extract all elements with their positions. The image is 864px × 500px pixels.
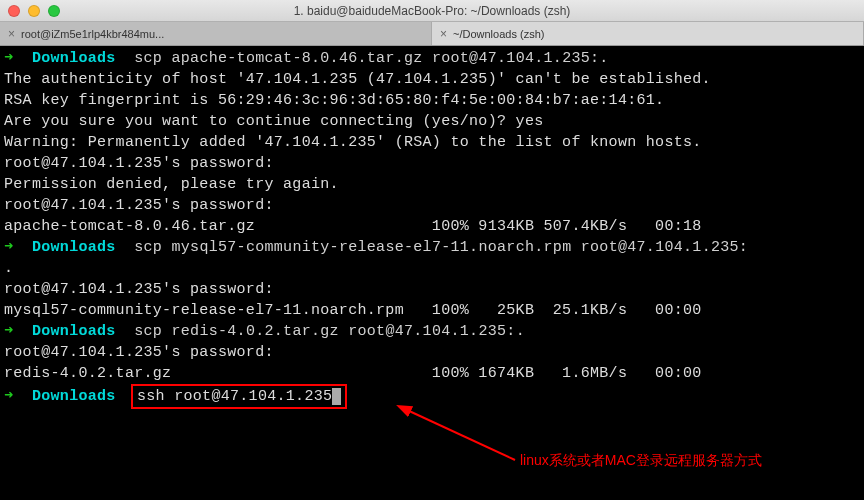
tab-label: ~/Downloads (zsh) bbox=[453, 28, 544, 40]
command-text: scp redis-4.0.2.tar.gz root@47.104.1.235… bbox=[134, 323, 525, 340]
command-text: scp mysql57-community-release-el7-11.noa… bbox=[134, 239, 748, 256]
annotation-text: linux系统或者MAC登录远程服务器方式 bbox=[520, 452, 762, 470]
prompt-arrow: ➜ bbox=[4, 388, 32, 405]
output-line: Warning: Permanently added '47.104.1.235… bbox=[4, 132, 860, 153]
prompt-cwd: Downloads bbox=[32, 239, 116, 256]
output-line: apache-tomcat-8.0.46.tar.gz 100% 9134KB … bbox=[4, 216, 860, 237]
tab-ssh[interactable]: × root@iZm5e1rlp4kbr484mu... bbox=[0, 22, 432, 45]
output-line: Are you sure you want to continue connec… bbox=[4, 111, 860, 132]
command-text: ssh root@47.104.1.235 bbox=[137, 388, 332, 405]
close-icon[interactable]: × bbox=[8, 27, 15, 41]
svg-line-0 bbox=[407, 410, 515, 460]
window-titlebar: 1. baidu@baidudeMacBook-Pro: ~/Downloads… bbox=[0, 0, 864, 22]
output-line: Permission denied, please try again. bbox=[4, 174, 860, 195]
output-line: The authenticity of host '47.104.1.235 (… bbox=[4, 69, 860, 90]
annotation-arrow bbox=[395, 400, 525, 470]
prompt-cwd: Downloads bbox=[32, 50, 116, 67]
output-line: root@47.104.1.235's password: bbox=[4, 195, 860, 216]
cursor bbox=[332, 388, 341, 405]
prompt-arrow: ➜ bbox=[4, 323, 32, 340]
output-line: root@47.104.1.235's password: bbox=[4, 279, 860, 300]
output-line: mysql57-community-release-el7-11.noarch.… bbox=[4, 300, 860, 321]
output-line: root@47.104.1.235's password: bbox=[4, 153, 860, 174]
command-text: scp apache-tomcat-8.0.46.tar.gz root@47.… bbox=[134, 50, 608, 67]
close-icon[interactable]: × bbox=[440, 27, 447, 41]
output-line: root@47.104.1.235's password: bbox=[4, 342, 860, 363]
prompt-cwd: Downloads bbox=[32, 323, 116, 340]
tab-downloads[interactable]: × ~/Downloads (zsh) bbox=[432, 22, 864, 45]
output-line: redis-4.0.2.tar.gz 100% 1674KB 1.6MB/s 0… bbox=[4, 363, 860, 384]
output-line: . bbox=[4, 258, 860, 279]
tab-bar: × root@iZm5e1rlp4kbr484mu... × ~/Downloa… bbox=[0, 22, 864, 46]
tab-label: root@iZm5e1rlp4kbr484mu... bbox=[21, 28, 164, 40]
prompt-cwd: Downloads bbox=[32, 388, 116, 405]
prompt-arrow: ➜ bbox=[4, 50, 32, 67]
window-title: 1. baidu@baidudeMacBook-Pro: ~/Downloads… bbox=[0, 4, 864, 18]
prompt-arrow: ➜ bbox=[4, 239, 32, 256]
highlight-box: ssh root@47.104.1.235 bbox=[131, 384, 347, 409]
output-line: RSA key fingerprint is 56:29:46:3c:96:3d… bbox=[4, 90, 860, 111]
